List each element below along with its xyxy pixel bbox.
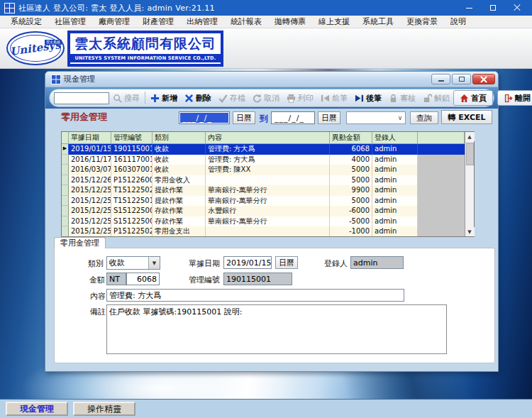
row-selector-cell[interactable] (62, 165, 69, 175)
grid-cell: 管理費: 方大爲 (206, 155, 330, 165)
table-row[interactable]: 2015/12/25T15122501提款作業華南銀行-萬華分行5000admi… (62, 196, 465, 207)
row-selector-cell[interactable] (62, 185, 69, 196)
row-selector-cell[interactable] (62, 216, 69, 227)
grid-row-filler (418, 226, 465, 236)
grid-row-filler (418, 185, 465, 196)
column-header[interactable]: 單據日期 (69, 132, 111, 144)
dropdown-arrow-icon: ▼ (148, 257, 160, 269)
check-icon (218, 94, 228, 103)
row-selector-cell[interactable] (62, 196, 69, 207)
exit-button[interactable]: 離開 (497, 90, 532, 106)
menu-item[interactable]: 社區管理 (48, 16, 92, 27)
menu-item[interactable]: 出納管理 (180, 16, 224, 27)
grid-row-filler (418, 216, 465, 227)
taskbar-tab[interactable]: 現金管理 (6, 402, 68, 416)
menu-item[interactable]: 線上支援 (312, 16, 356, 27)
toolbar-separator (145, 92, 145, 104)
note-textarea[interactable]: 住戶收款 單據號碼:190115001 說明: (106, 304, 447, 354)
vertical-scrollbar[interactable]: ▲ ▼ (465, 132, 474, 236)
scrollbar-track[interactable] (465, 141, 475, 227)
content-field[interactable]: 管理費: 方大爲 (106, 289, 404, 302)
save-button: 存檔 (215, 90, 249, 106)
row-selector-cell[interactable] (62, 175, 69, 186)
maximize-icon (490, 5, 496, 11)
main-titlebar: 社區達人 登入公司: 雲太 登入人員: admin Ver:21.11 (0, 0, 532, 16)
table-row[interactable]: 2015/12/25T15122502提款作業華南銀行-萬華分行9900admi… (62, 185, 465, 196)
menu-item[interactable]: 統計報表 (224, 16, 268, 27)
minimize-button[interactable] (457, 0, 481, 16)
column-header[interactable]: 類別 (153, 132, 206, 144)
date-from-field[interactable]: ___/_/_ (179, 111, 230, 124)
form-calendar-button[interactable]: 日曆 (275, 256, 298, 269)
grid-cell: 2015/12/25 (69, 216, 111, 227)
form-tab[interactable]: 零用金管理 (54, 237, 106, 248)
column-header[interactable]: 內容 (206, 132, 330, 144)
cash-close-button[interactable] (472, 74, 495, 84)
scrollbar-thumb[interactable] (466, 143, 474, 165)
unlock-icon (423, 94, 432, 103)
grid-cell: -5000 (330, 216, 372, 227)
row-selector-cell[interactable] (62, 206, 69, 216)
cash-minimize-button[interactable] (431, 74, 450, 84)
column-header[interactable]: 異動金額 (330, 132, 372, 144)
menu-item[interactable]: 說明 (444, 16, 472, 27)
menu-item[interactable]: 更換背景 (400, 16, 444, 27)
add-button[interactable]: 新增 (147, 90, 181, 106)
table-row[interactable]: 2016/03/07160307001收款管理費: 陳XX5000admin (62, 165, 465, 175)
table-row[interactable]: 2015/12/25S151225001存款作業華南銀行-萬華分行-5000ad… (62, 216, 465, 227)
column-header[interactable]: 登錄人 (372, 132, 418, 144)
cash-maximize-button[interactable] (452, 74, 471, 84)
row-selector-cell[interactable]: ▶ (62, 144, 69, 155)
calendar-from-button[interactable]: 日曆 (233, 111, 255, 124)
row-selector-cell[interactable] (62, 155, 69, 165)
grid-cell: 5000 (330, 196, 372, 207)
table-row[interactable]: 2016/11/17161117001收款管理費: 方大爲4000admin (62, 155, 465, 165)
lock-icon (389, 94, 398, 103)
company-name-zh: 雲太系統顧問有限公司 (70, 33, 221, 54)
amount-field[interactable]: 6068 (126, 273, 160, 285)
filter-row: 零用金管理 ___/_/_ 日曆 到 ___/_/_ 日曆 ∨ 查詢 轉 EXC… (45, 109, 499, 127)
search-input[interactable] (54, 92, 109, 104)
date-from-mask: ___/_/_ (180, 113, 228, 123)
export-excel-button[interactable]: 轉 EXCEL (441, 110, 492, 124)
delete-button[interactable]: 刪除 (181, 90, 215, 106)
toolbar: 搜尋新增刪除存檔取消列印前筆後筆審核解鎖 首頁 離開 (49, 89, 494, 107)
menu-item[interactable]: 系統設定 (4, 16, 48, 27)
type-select[interactable]: 收款 ▼ (106, 256, 160, 270)
grid-body: 單據日期管理編號類別內容異動金額登錄人▶2019/01/15190115001收… (62, 132, 465, 236)
grid-cell: 2015/12/26 (69, 175, 111, 186)
taskbar-tab[interactable]: 操作精靈 (73, 402, 135, 416)
prev-record-button: 前筆 (317, 90, 351, 106)
row-selector-cell[interactable] (62, 226, 69, 236)
user-label: 登錄人 (324, 258, 348, 269)
table-row[interactable]: 2015/12/25P15122502零用金支出-1000admin (62, 226, 465, 236)
grid-cell: 管理費: 陳XX (206, 165, 330, 175)
maximize-button[interactable] (481, 0, 505, 16)
grid-cell: -1000 (330, 226, 372, 236)
table-row[interactable]: 2015/12/25S151225002存款作業永豐銀行-6000admin (62, 206, 465, 216)
table-row[interactable]: ▶2019/01/15190115001收款管理費: 方大爲6068admin (62, 144, 465, 155)
query-button[interactable]: 查詢 (410, 111, 438, 124)
scroll-up-icon[interactable]: ▲ (465, 132, 475, 141)
grid-cell: 管理費: 方大爲 (206, 144, 330, 155)
column-header[interactable]: 管理編號 (111, 132, 153, 144)
home-icon (460, 94, 469, 103)
scroll-down-icon[interactable]: ▼ (465, 227, 475, 236)
date-to-field[interactable]: ___/_/_ (271, 111, 315, 124)
application: 社區達人 登入公司: 雲太 登入人員: admin Ver:21.11 系統設定… (0, 0, 532, 418)
menu-item[interactable]: 財產管理 (136, 16, 180, 27)
grid-cell: 160307001 (111, 165, 153, 175)
grid-cell: admin (372, 185, 418, 196)
menu-item[interactable]: 拋轉傳票 (268, 16, 312, 27)
home-button[interactable]: 首頁 (453, 90, 493, 106)
calendar-to-button[interactable]: 日曆 (318, 111, 340, 124)
close-button[interactable] (505, 0, 529, 16)
menu-item[interactable]: 系統工具 (356, 16, 400, 27)
grid-cell: 存款作業 (153, 216, 206, 227)
menu-item[interactable]: 廠商管理 (92, 16, 136, 27)
table-row[interactable]: 2015/12/26P151226001零用金收入5000admin (62, 175, 465, 186)
type-filter-combobox[interactable]: ∨ (346, 111, 406, 124)
cancel-button: 取消 (249, 90, 283, 106)
next-record-button[interactable]: 後筆 (351, 90, 385, 106)
doc-date-field[interactable]: 2019/01/15 (223, 256, 272, 269)
